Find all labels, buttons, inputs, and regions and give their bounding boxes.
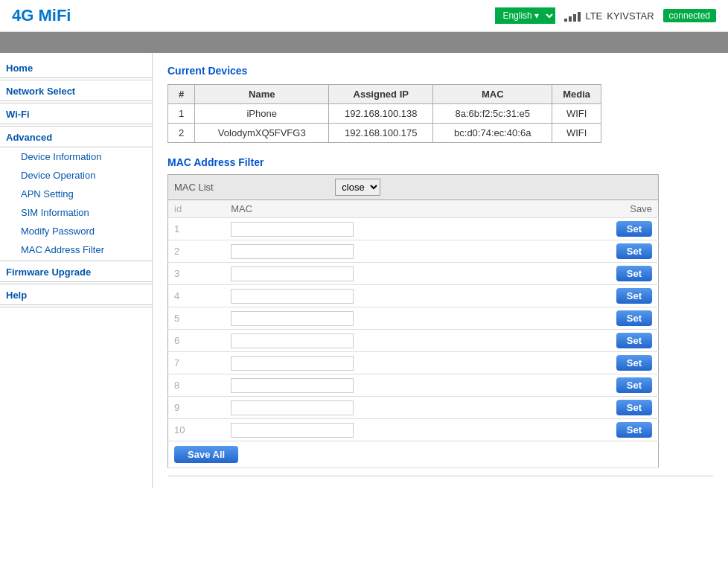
set-button-3[interactable]: Set: [616, 266, 652, 281]
table-row: 4Set: [168, 285, 659, 307]
set-button-9[interactable]: Set: [616, 400, 652, 415]
mac-filter-title: MAC Address Filter: [167, 156, 713, 168]
table-row: 2Set: [168, 240, 659, 263]
mac-input-6[interactable]: [231, 333, 354, 348]
set-button-4[interactable]: Set: [616, 288, 652, 304]
table-row: 8Set: [168, 374, 659, 397]
device-id: 2: [168, 124, 195, 143]
device-mac: bc:d0:74:ec:40:6a: [433, 124, 552, 143]
set-button-7[interactable]: Set: [616, 355, 652, 371]
set-button-10[interactable]: Set: [616, 422, 652, 438]
bottom-divider: [167, 476, 713, 476]
table-row: 5Set: [168, 307, 659, 330]
sidebar-item-modify-password[interactable]: Modify Password: [0, 222, 152, 240]
col-header-ip: Assigned IP: [329, 85, 433, 104]
table-row: 1Set: [168, 218, 659, 240]
signal-area: LTE KYIVSTAR: [564, 10, 654, 22]
device-ip: 192.168.100.138: [329, 104, 433, 124]
mac-col-id: id: [168, 200, 226, 218]
col-header-name: Name: [195, 85, 329, 104]
sidebar-item-home[interactable]: Home: [0, 59, 152, 78]
mac-input-8[interactable]: [231, 378, 354, 393]
connection-status: connected: [663, 9, 716, 22]
mac-col-mac: MAC: [225, 200, 567, 218]
device-media: WIFI: [552, 124, 601, 143]
set-button-6[interactable]: Set: [616, 333, 652, 348]
mac-list-label: MAC List: [174, 182, 214, 193]
language-select[interactable]: English ▾: [495, 7, 555, 24]
sidebar-item-sim-information[interactable]: SIM Information: [0, 203, 152, 222]
devices-table: # Name Assigned IP MAC Media 1 iPhone 19…: [167, 84, 601, 143]
mac-input-9[interactable]: [231, 400, 354, 415]
col-header-mac: MAC: [433, 85, 552, 104]
device-id: 1: [168, 104, 195, 124]
table-row: 1 iPhone 192.168.100.138 8a:6b:f2:5c:31:…: [168, 104, 601, 124]
signal-icon: [564, 10, 581, 22]
col-header-num: #: [168, 85, 195, 104]
logo: 4G MiFi: [12, 6, 71, 25]
device-name: VolodymXQ5FVFG3: [195, 124, 329, 143]
carrier-name: KYIVSTAR: [607, 10, 654, 22]
mac-input-1[interactable]: [231, 222, 354, 237]
mac-input-10[interactable]: [231, 423, 354, 438]
main-layout: Home Network Select Wi-Fi Advanced Devic…: [0, 53, 728, 488]
save-all-button[interactable]: Save All: [174, 446, 238, 463]
set-button-2[interactable]: Set: [616, 243, 652, 259]
mac-input-4[interactable]: [231, 289, 354, 304]
sidebar-item-firmware-upgrade[interactable]: Firmware Upgrade: [0, 263, 152, 282]
mac-col-save: Save: [567, 200, 659, 218]
table-row: 10Set: [168, 419, 659, 441]
header-right: English ▾ LTE KYIVSTAR connected: [495, 7, 716, 24]
mac-input-5[interactable]: [231, 311, 354, 326]
sidebar-item-apn-setting[interactable]: APN Setting: [0, 185, 152, 203]
mac-list-header-row: MAC List close open: [168, 175, 659, 200]
table-row: 7Set: [168, 352, 659, 374]
mac-filter-table: MAC List close open id MAC Save 1Set 2Se…: [167, 174, 659, 468]
sidebar: Home Network Select Wi-Fi Advanced Devic…: [0, 53, 153, 488]
network-type: LTE: [585, 10, 602, 22]
sidebar-item-network-select[interactable]: Network Select: [0, 82, 152, 101]
set-button-1[interactable]: Set: [616, 221, 652, 237]
content: Current Devices # Name Assigned IP MAC M…: [153, 53, 728, 488]
table-row: 6Set: [168, 330, 659, 352]
sidebar-item-device-operation[interactable]: Device Operation: [0, 166, 152, 185]
mac-input-2[interactable]: [231, 244, 354, 259]
header: 4G MiFi English ▾ LTE KYIVSTAR connected: [0, 0, 728, 32]
mac-column-headers: id MAC Save: [168, 200, 659, 218]
sidebar-item-help[interactable]: Help: [0, 286, 152, 305]
table-row: 9Set: [168, 397, 659, 419]
device-media: WIFI: [552, 104, 601, 124]
table-row: 3Set: [168, 263, 659, 285]
sidebar-item-mac-address-filter[interactable]: MAC Address Filter: [0, 240, 152, 259]
set-button-8[interactable]: Set: [616, 377, 652, 393]
set-button-5[interactable]: Set: [616, 310, 652, 326]
sidebar-item-device-information[interactable]: Device Information: [0, 147, 152, 166]
device-name: iPhone: [195, 104, 329, 124]
current-devices-title: Current Devices: [167, 65, 713, 77]
save-all-row: Save All: [168, 441, 659, 468]
mac-input-7[interactable]: [231, 356, 354, 371]
mac-input-3[interactable]: [231, 266, 354, 281]
mac-list-select[interactable]: close open: [335, 179, 380, 196]
gray-bar: [0, 32, 728, 53]
device-ip: 192.168.100.175: [329, 124, 433, 143]
sidebar-item-advanced[interactable]: Advanced: [0, 128, 152, 147]
table-row: 2 VolodymXQ5FVFG3 192.168.100.175 bc:d0:…: [168, 124, 601, 143]
sidebar-item-wifi[interactable]: Wi-Fi: [0, 105, 152, 124]
device-mac: 8a:6b:f2:5c:31:e5: [433, 104, 552, 124]
col-header-media: Media: [552, 85, 601, 104]
